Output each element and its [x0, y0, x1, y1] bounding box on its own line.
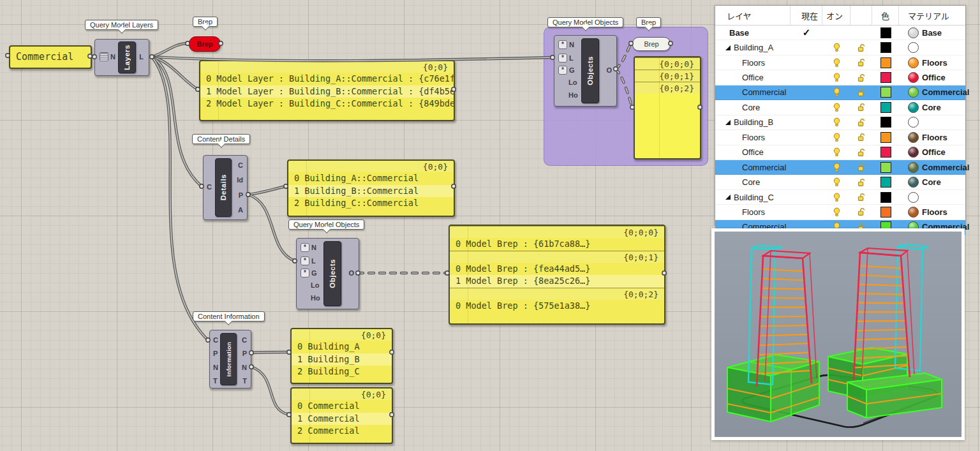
layer-row[interactable]: Building_A	[715, 40, 965, 55]
layer-name[interactable]: Office	[715, 73, 791, 82]
output-P[interactable]: P	[242, 349, 247, 358]
material-swatch[interactable]	[908, 177, 919, 188]
layer-name[interactable]: Base	[715, 28, 791, 38]
layer-row[interactable]: OfficeOffice	[715, 70, 965, 85]
layer-name[interactable]: Office	[715, 147, 791, 157]
panel-object-branches[interactable]: {0;0;0}{0;0;1}{0;0;2}	[634, 56, 701, 159]
rhino-layers-panel[interactable]: レイヤ 現在 オン 色 マテリアル Base✓BaseBuilding_AFlo…	[715, 5, 966, 226]
layer-row[interactable]: CommercialCommercial	[715, 85, 965, 100]
layer-name[interactable]: Commercial	[715, 163, 791, 172]
layer-color-swatch[interactable]	[880, 42, 891, 53]
output-L[interactable]: L	[139, 52, 144, 61]
layer-color-swatch[interactable]	[880, 192, 891, 203]
layer-row[interactable]: FloorsFloors	[715, 55, 965, 70]
layer-name[interactable]: Building_B	[715, 117, 791, 127]
layer-on-bulb[interactable]	[822, 207, 850, 217]
input-G[interactable]: *G	[301, 269, 317, 277]
input-Lo[interactable]: Lo	[311, 281, 319, 290]
layer-color-swatch[interactable]	[880, 72, 891, 83]
content-details-component[interactable]: Details C C Id P A	[203, 155, 248, 220]
layer-row[interactable]: CommercialCommercial	[715, 160, 965, 175]
rhino-3d-viewport[interactable]	[711, 228, 965, 440]
layer-material[interactable]	[899, 117, 965, 128]
layer-material[interactable]: Floors	[899, 132, 965, 143]
layer-lock[interactable]	[850, 193, 872, 202]
layer-on-bulb[interactable]	[822, 103, 850, 112]
layer-on-bulb[interactable]	[822, 117, 850, 127]
layer-lock[interactable]	[850, 207, 872, 216]
input-Ho[interactable]: Ho	[311, 293, 320, 302]
material-swatch[interactable]	[908, 57, 919, 68]
layer-on-bulb[interactable]	[822, 147, 850, 157]
panel-model-layers[interactable]: {0;0}0 Model Layer : Building_A::Commerc…	[199, 60, 455, 121]
layer-row[interactable]: CoreCore	[715, 100, 965, 115]
layer-material[interactable]: Commercial	[899, 162, 969, 173]
material-swatch[interactable]	[908, 132, 919, 143]
expand-triangle-icon[interactable]	[725, 195, 731, 200]
layer-lock[interactable]	[850, 43, 872, 52]
layer-on-bulb[interactable]	[822, 73, 850, 82]
material-swatch[interactable]	[908, 42, 919, 53]
layer-color-swatch[interactable]	[880, 57, 891, 68]
output-C[interactable]: C	[238, 161, 243, 170]
content-information-component[interactable]: Information C P N T C P N T	[209, 330, 251, 388]
output-A[interactable]: A	[238, 205, 243, 214]
output-T[interactable]: T	[242, 376, 247, 385]
current-layer-check[interactable]: ✓	[791, 27, 822, 38]
material-swatch[interactable]	[908, 87, 919, 98]
input-P[interactable]: P	[213, 349, 218, 358]
output-Id[interactable]: Id	[237, 175, 243, 184]
layer-lock[interactable]	[850, 118, 872, 127]
output-O[interactable]: O	[606, 66, 612, 75]
layer-lock[interactable]	[850, 178, 872, 187]
input-G[interactable]: *G	[558, 66, 575, 75]
layer-on-bulb[interactable]	[822, 133, 850, 142]
input-C[interactable]: C	[213, 336, 218, 344]
input-N[interactable]: *N	[558, 40, 574, 49]
material-swatch[interactable]	[908, 162, 919, 173]
panel-layer-paths[interactable]: {0;0}0 Building_A::Commercial1 Building_…	[287, 159, 455, 217]
layer-row[interactable]: OfficeOffice	[715, 145, 965, 160]
layer-name[interactable]: Floors	[715, 133, 791, 142]
input-Ho[interactable]: Ho	[568, 91, 578, 100]
layer-name[interactable]: Building_C	[715, 193, 791, 202]
brep-param-error[interactable]: Brep	[189, 36, 221, 52]
grasshopper-canvas[interactable]: { "canvas": { "commercial_input": { "tex…	[0, 0, 980, 451]
layer-name[interactable]: Floors	[715, 58, 791, 68]
layer-row[interactable]: Building_B	[715, 115, 965, 130]
material-swatch[interactable]	[908, 147, 919, 158]
panel-layer-names[interactable]: {0;0}0 Commercial1 Commercial2 Commercia…	[290, 387, 393, 444]
brep-param[interactable]: Brep	[632, 37, 671, 51]
layer-material[interactable]: Base	[899, 27, 965, 38]
layer-material[interactable]: Core	[899, 177, 965, 188]
layer-row[interactable]: CoreCore	[715, 175, 965, 189]
layer-color-swatch[interactable]	[880, 207, 891, 218]
layer-lock[interactable]	[850, 163, 872, 172]
output-P[interactable]: P	[239, 191, 243, 200]
input-N[interactable]: N	[100, 52, 115, 61]
layer-color-swatch[interactable]	[880, 87, 891, 98]
layer-name[interactable]: Core	[715, 103, 791, 112]
layer-on-bulb[interactable]	[822, 193, 850, 202]
layer-color-swatch[interactable]	[880, 132, 891, 143]
layer-color-swatch[interactable]	[880, 102, 891, 113]
query-model-objects-component[interactable]: Objects *N *L *G Lo Ho O	[554, 35, 617, 107]
material-swatch[interactable]	[908, 102, 919, 113]
material-swatch[interactable]	[908, 117, 919, 128]
layer-row[interactable]: Building_C	[715, 190, 965, 205]
output-C[interactable]: C	[242, 336, 247, 344]
layer-row[interactable]: FloorsFloors	[715, 205, 965, 219]
output-O[interactable]: O	[348, 269, 354, 277]
layer-material[interactable]: Office	[899, 72, 965, 83]
layer-material[interactable]: Commercial	[899, 87, 969, 98]
panel-commercial-input[interactable]: Commercial	[9, 45, 92, 69]
material-swatch[interactable]	[908, 207, 919, 218]
expand-triangle-icon[interactable]	[725, 45, 731, 50]
layer-material[interactable]: Floors	[899, 57, 965, 68]
input-T[interactable]: T	[213, 376, 218, 385]
layer-material[interactable]: Office	[899, 147, 965, 158]
layer-lock[interactable]	[850, 58, 872, 67]
input-L[interactable]: *L	[301, 256, 316, 265]
input-L[interactable]: *L	[558, 54, 574, 63]
layer-color-swatch[interactable]	[880, 147, 891, 158]
